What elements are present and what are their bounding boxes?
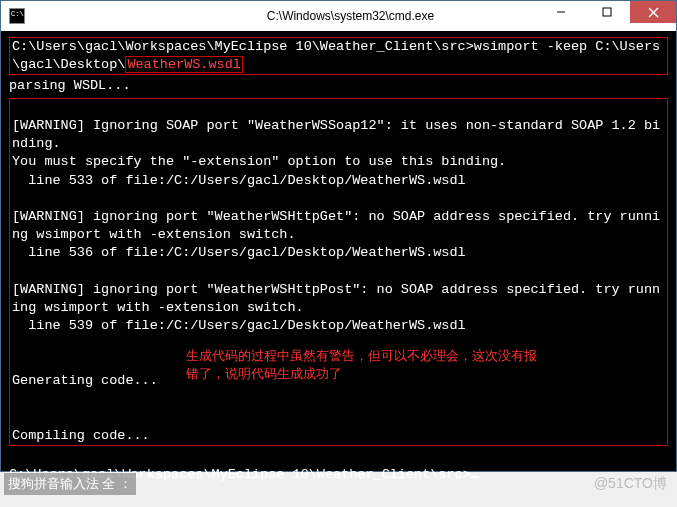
warning-2-line-2: ng wsimport with -extension switch. <box>12 227 296 242</box>
warning-2-line-3: line 536 of file:/C:/Users/gacl/Desktop/… <box>12 245 466 260</box>
terminal-output[interactable]: C:\Users\gacl\Workspaces\MyEclipse 10\We… <box>1 31 676 471</box>
command-line-1: C:\Users\gacl\Workspaces\MyEclipse 10\We… <box>12 39 660 54</box>
command-line-2-prefix: \gacl\Desktop\ <box>12 57 125 72</box>
warning-1-line-3: You must specify the "-extension" option… <box>12 154 506 169</box>
warning-1-line-2: nding. <box>12 136 61 151</box>
maximize-button[interactable] <box>584 1 630 23</box>
generating-text: Generating code... <box>12 373 158 388</box>
warning-3-line-1: [WARNING] ignoring port "WeatherWSHttpPo… <box>12 282 660 297</box>
command-highlight-box: C:\Users\gacl\Workspaces\MyEclipse 10\We… <box>9 37 668 75</box>
cmd-icon <box>9 8 25 24</box>
parsing-text: parsing WSDL... <box>9 78 131 93</box>
wsdl-filename-highlight: WeatherWS.wsdl <box>125 56 242 73</box>
close-button[interactable] <box>630 1 676 23</box>
cursor <box>471 476 479 478</box>
watermark: @51CTO博 <box>594 475 667 493</box>
annotation-text: 生成代码的过程中虽然有警告，但可以不必理会，这次没有报错了，说明代码生成成功了 <box>186 347 537 383</box>
ime-text: 搜狗拼音输入法 全 ： <box>8 476 132 491</box>
warning-1-line-1: [WARNING] Ignoring SOAP port "WeatherWSS… <box>12 118 660 133</box>
output-highlight-box: [WARNING] Ignoring SOAP port "WeatherWSS… <box>9 98 668 446</box>
window-controls <box>538 1 676 23</box>
warning-3-line-3: line 539 of file:/C:/Users/gacl/Desktop/… <box>12 318 466 333</box>
minimize-button[interactable] <box>538 1 584 23</box>
compiling-text: Compiling code... <box>12 428 150 443</box>
ime-status-bar: 搜狗拼音输入法 全 ： <box>4 473 136 495</box>
svg-rect-1 <box>603 8 611 16</box>
warning-2-line-1: [WARNING] ignoring port "WeatherWSHttpGe… <box>12 209 660 224</box>
cmd-window: C:\Windows\system32\cmd.exe C:\Users\gac… <box>0 0 677 472</box>
warning-1-line-4: line 533 of file:/C:/Users/gacl/Desktop/… <box>12 173 466 188</box>
titlebar[interactable]: C:\Windows\system32\cmd.exe <box>1 1 676 31</box>
warning-3-line-2: ing wsimport with -extension switch. <box>12 300 304 315</box>
